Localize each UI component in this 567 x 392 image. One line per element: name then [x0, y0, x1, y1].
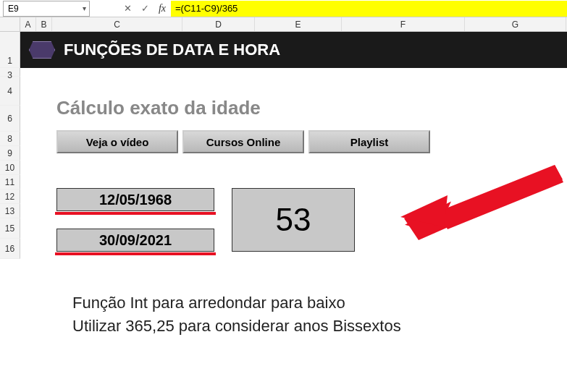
underline-2	[55, 252, 216, 255]
cursos-button[interactable]: Cursos Online	[182, 130, 304, 153]
row-header-12[interactable]: 12	[0, 189, 20, 204]
video-button[interactable]: Veja o vídeo	[56, 130, 178, 153]
row-header-9[interactable]: 9	[0, 146, 20, 161]
cursos-button-label: Cursos Online	[206, 136, 281, 148]
row-header-16[interactable]: 16	[0, 239, 20, 259]
date-end-value: 30/09/2021	[99, 232, 172, 249]
col-header-E[interactable]: E	[255, 17, 342, 31]
column-headers: A B C D E F G	[0, 17, 567, 32]
playlist-button[interactable]: Playlist	[308, 130, 430, 153]
result-cell[interactable]: 53	[232, 188, 355, 252]
select-all-corner[interactable]	[0, 17, 20, 31]
chevron-down-icon[interactable]: ▾	[83, 4, 86, 12]
note-line-2: Utilizar 365,25 para considerar anos Bis…	[72, 317, 401, 336]
row-header-3[interactable]: 3	[0, 68, 20, 77]
title-banner: FUNÇÕES DE DATA E HORA	[20, 32, 567, 68]
note-line-1: Função Int para arredondar para baixo	[72, 294, 345, 312]
spreadsheet-grid: A B C D E F G 1 3 4 6 8 9 10 11 12 13 15…	[0, 17, 567, 32]
date-end-cell[interactable]: 30/09/2021	[56, 229, 214, 252]
row-header-15[interactable]: 15	[0, 218, 20, 239]
col-header-D[interactable]: D	[182, 17, 255, 31]
accept-formula-icon[interactable]: ✓	[136, 1, 154, 17]
formula-bar: E9 ▾ ✕ ✓ fx	[0, 0, 567, 17]
row-header-11[interactable]: 11	[0, 175, 20, 189]
col-header-B[interactable]: B	[36, 17, 52, 31]
row-header-13[interactable]: 13	[0, 204, 20, 218]
cancel-formula-icon[interactable]: ✕	[119, 1, 136, 17]
col-header-A[interactable]: A	[20, 17, 36, 31]
col-header-G[interactable]: G	[465, 17, 566, 31]
banner-title: FUNÇÕES DE DATA E HORA	[64, 41, 280, 59]
date-start-cell[interactable]: 12/05/1968	[56, 188, 214, 211]
formula-input[interactable]	[171, 1, 567, 17]
fx-icon[interactable]: fx	[154, 1, 171, 17]
col-header-C[interactable]: C	[52, 17, 182, 31]
name-box[interactable]: E9 ▾	[3, 1, 90, 17]
row-header-8[interactable]: 8	[0, 132, 20, 146]
name-box-value: E9	[8, 4, 19, 14]
svg-marker-2	[439, 165, 563, 229]
video-button-label: Veja o vídeo	[86, 136, 149, 148]
row-headers: 1 3 4 6 8 9 10 11 12 13 15 16	[0, 32, 20, 259]
button-row: Veja o vídeo Cursos Online Playlist	[56, 130, 430, 153]
row-header-6[interactable]: 6	[0, 106, 20, 132]
logo-icon	[29, 41, 55, 59]
row-header-10[interactable]: 10	[0, 161, 20, 175]
underline-1	[55, 212, 216, 215]
playlist-button-label: Playlist	[350, 136, 389, 148]
row-header-1[interactable]: 1	[0, 32, 20, 68]
section-title: Cálculo exato da idade	[56, 97, 261, 119]
result-value: 53	[276, 202, 311, 238]
arrow-icon	[375, 161, 563, 240]
row-header-4[interactable]: 4	[0, 77, 20, 106]
col-header-F[interactable]: F	[342, 17, 465, 31]
date-start-value: 12/05/1968	[99, 192, 172, 208]
